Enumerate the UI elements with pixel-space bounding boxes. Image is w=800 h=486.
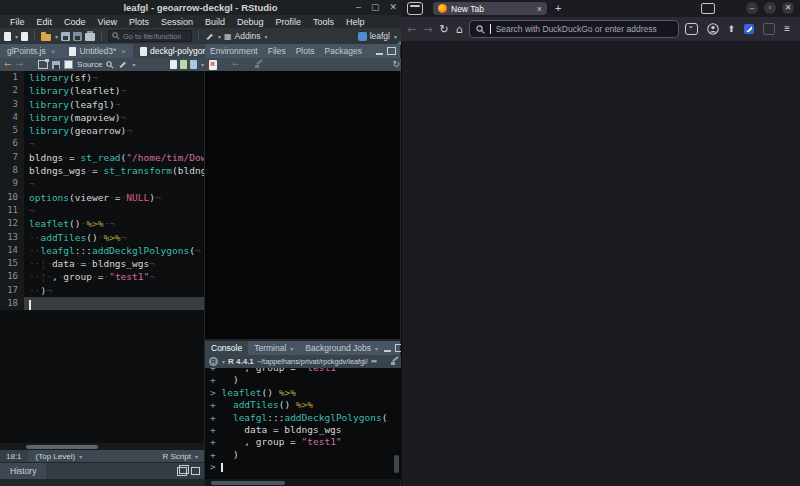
- open-file-icon[interactable]: [41, 32, 51, 41]
- address-bar[interactable]: Search with DuckDuckGo or enter address: [470, 21, 678, 37]
- tab-environment[interactable]: Environment: [205, 44, 263, 58]
- source-caret-icon[interactable]: ▾: [201, 61, 204, 68]
- tab-history[interactable]: History: [0, 463, 46, 479]
- working-directory[interactable]: ~/tappelhans/privat/rpckgdv/leafgl/: [257, 357, 368, 366]
- menu-file[interactable]: File: [5, 17, 30, 27]
- editor-tab-untitled3-[interactable]: Untitled3*×: [62, 44, 133, 58]
- menu-debug[interactable]: Debug: [232, 17, 269, 27]
- forward-arrow-icon[interactable]: →: [16, 60, 24, 69]
- minimize-icon[interactable]: –: [746, 2, 758, 14]
- console-output[interactable]: + , group = "test1"+ )> leaflet() %>%+ a…: [205, 368, 405, 479]
- code-tools-icon[interactable]: [118, 60, 127, 69]
- rerun-icon[interactable]: [180, 60, 187, 69]
- extension-icon-gray[interactable]: [763, 23, 775, 35]
- new-file-caret-icon[interactable]: ▾: [15, 33, 18, 40]
- menu-plots[interactable]: Plots: [124, 17, 154, 27]
- account-icon[interactable]: [707, 23, 719, 35]
- code-tools-icon[interactable]: [205, 32, 214, 41]
- tab-background-jobs[interactable]: Background Jobs▾: [299, 341, 384, 355]
- code-text: ··leafgl:::addDeckglPolygons(¬: [24, 244, 204, 257]
- r-session-caret-icon[interactable]: ▾: [222, 358, 225, 365]
- firefox-view-icon[interactable]: [407, 2, 423, 15]
- console-hscrollbar[interactable]: [205, 479, 400, 486]
- rstudio-titlebar[interactable]: leafgl - geoarrow-deckgl - RStudio – ▢ ✕: [0, 0, 401, 15]
- maximize-icon[interactable]: ▫: [764, 2, 776, 14]
- code-text: ··¦·data·=·bldngs_wgs¬: [24, 257, 204, 270]
- pane-restore-icon[interactable]: [177, 467, 187, 476]
- editor-tab-glpoints-js[interactable]: glPoints.js×: [0, 44, 62, 58]
- file-type-selector[interactable]: R Script ▾: [163, 452, 204, 461]
- back-arrow-icon[interactable]: ←: [407, 24, 416, 35]
- menu-edit[interactable]: Edit: [32, 17, 58, 27]
- discard-viewer-item-icon[interactable]: [209, 60, 217, 70]
- goto-file-input[interactable]: Go to file/function: [108, 30, 192, 42]
- pane-minimize-icon[interactable]: [384, 344, 391, 352]
- source-button-icon[interactable]: [190, 60, 197, 69]
- print-icon[interactable]: [85, 32, 95, 41]
- code-tools-caret-icon[interactable]: ▾: [132, 61, 135, 68]
- menu-icon[interactable]: ≡: [784, 24, 790, 34]
- minimize-icon[interactable]: –: [356, 3, 361, 12]
- menu-session[interactable]: Session: [156, 17, 198, 27]
- menu-build[interactable]: Build: [200, 17, 230, 27]
- tab-overview-icon[interactable]: [701, 3, 715, 14]
- refresh-icon[interactable]: ↻: [392, 60, 400, 69]
- back-arrow-icon[interactable]: ←: [4, 60, 12, 69]
- menu-tools[interactable]: Tools: [308, 17, 339, 27]
- find-icon[interactable]: [106, 61, 114, 69]
- run-icon[interactable]: [170, 60, 177, 69]
- source-editor[interactable]: 1library(sf)¬2library(leaflet)¬3library(…: [0, 71, 204, 443]
- close-icon[interactable]: ✕: [782, 2, 794, 14]
- save-icon[interactable]: [61, 32, 70, 41]
- extension-icon-blue[interactable]: [744, 24, 754, 34]
- source-on-save-checkbox[interactable]: [64, 60, 73, 69]
- menu-help[interactable]: Help: [341, 17, 370, 27]
- menu-code[interactable]: Code: [59, 17, 91, 27]
- goto-directory-icon[interactable]: ➦: [371, 358, 378, 366]
- forward-arrow-icon[interactable]: →: [423, 24, 432, 35]
- new-project-icon[interactable]: +: [21, 32, 28, 41]
- editor-hscrollbar[interactable]: [0, 443, 204, 450]
- save-icon[interactable]: [52, 61, 60, 69]
- tab-console[interactable]: Console: [205, 341, 248, 355]
- close-icon[interactable]: ✕: [389, 3, 397, 12]
- r-logo-icon[interactable]: R: [209, 357, 218, 366]
- code-tools-caret-icon[interactable]: ▾: [218, 33, 221, 40]
- tab-close-icon[interactable]: ×: [121, 47, 126, 56]
- addins-button[interactable]: Addins: [235, 31, 261, 41]
- menu-view[interactable]: View: [93, 17, 122, 27]
- import-icon[interactable]: ⬆: [728, 24, 736, 34]
- scrollbar-thumb[interactable]: [26, 445, 98, 449]
- home-icon[interactable]: ⌂: [456, 24, 463, 35]
- browser-tab-new-tab[interactable]: New Tab ×: [433, 2, 547, 15]
- pane-maximize-icon[interactable]: [387, 47, 396, 55]
- sidebar-icon[interactable]: [685, 23, 698, 35]
- console-vscrollbar-thumb[interactable]: [394, 455, 399, 473]
- tab-terminal[interactable]: Terminal▾: [248, 341, 299, 355]
- addins-grid-icon[interactable]: ▦: [224, 32, 232, 41]
- clear-console-icon[interactable]: [391, 357, 400, 366]
- tab-plots[interactable]: Plots: [291, 44, 320, 58]
- tab-close-icon[interactable]: ×: [537, 4, 542, 14]
- addins-caret-icon[interactable]: ▾: [265, 33, 268, 40]
- scope-selector[interactable]: (Top Level) ▾: [28, 452, 91, 461]
- save-all-icon[interactable]: [73, 32, 82, 41]
- open-file-caret-icon[interactable]: ▾: [55, 33, 58, 40]
- new-tab-button[interactable]: +: [555, 3, 561, 14]
- line-number: 6: [0, 137, 24, 150]
- project-selector[interactable]: leafgl ▾: [358, 31, 397, 41]
- tab-packages[interactable]: Packages: [320, 44, 367, 58]
- scrollbar-thumb[interactable]: [211, 481, 285, 485]
- pane-minimize-icon[interactable]: [376, 47, 383, 55]
- maximize-icon[interactable]: ▢: [371, 3, 380, 12]
- popout-icon[interactable]: [38, 60, 48, 69]
- pane-maximize-icon[interactable]: [191, 467, 200, 475]
- reload-icon[interactable]: ↻: [439, 24, 448, 35]
- tab-files[interactable]: Files: [263, 44, 291, 58]
- menu-profile[interactable]: Profile: [271, 17, 307, 27]
- tab-close-icon[interactable]: ×: [51, 47, 56, 56]
- new-file-icon[interactable]: +: [4, 32, 11, 41]
- back-arrow-icon[interactable]: ←: [232, 60, 240, 69]
- clear-all-broom-icon[interactable]: [255, 60, 264, 69]
- code-line: >: [210, 461, 405, 473]
